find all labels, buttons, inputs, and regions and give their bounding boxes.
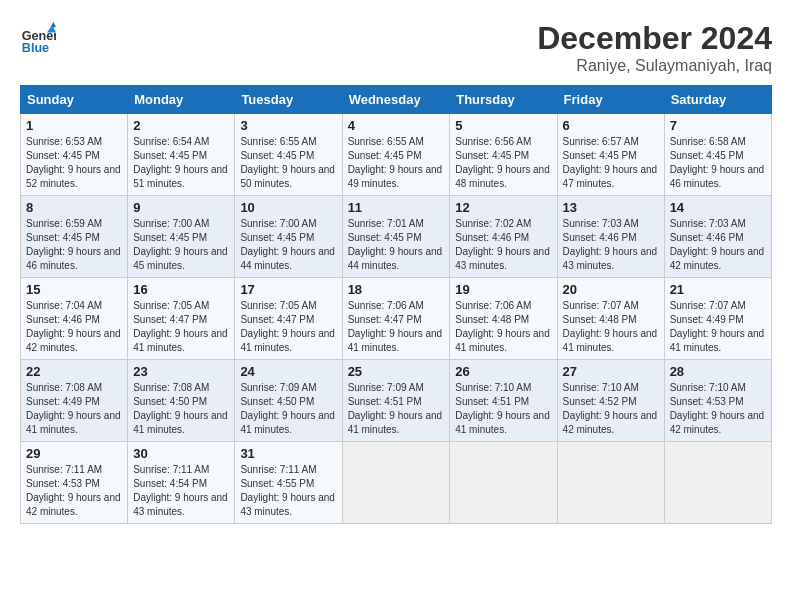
day-detail: Sunrise: 6:54 AM Sunset: 4:45 PM Dayligh… <box>133 135 229 191</box>
calendar-cell: 14 Sunrise: 7:03 AM Sunset: 4:46 PM Dayl… <box>664 196 771 278</box>
day-number: 6 <box>563 118 659 133</box>
calendar-cell <box>664 442 771 524</box>
day-number: 21 <box>670 282 766 297</box>
calendar-cell: 4 Sunrise: 6:55 AM Sunset: 4:45 PM Dayli… <box>342 114 450 196</box>
day-detail: Sunrise: 7:00 AM Sunset: 4:45 PM Dayligh… <box>240 217 336 273</box>
day-number: 11 <box>348 200 445 215</box>
day-number: 26 <box>455 364 551 379</box>
col-header-friday: Friday <box>557 86 664 114</box>
calendar-cell: 6 Sunrise: 6:57 AM Sunset: 4:45 PM Dayli… <box>557 114 664 196</box>
svg-marker-2 <box>51 22 56 27</box>
calendar-cell: 10 Sunrise: 7:00 AM Sunset: 4:45 PM Dayl… <box>235 196 342 278</box>
col-header-thursday: Thursday <box>450 86 557 114</box>
day-number: 18 <box>348 282 445 297</box>
week-row-5: 29 Sunrise: 7:11 AM Sunset: 4:53 PM Dayl… <box>21 442 772 524</box>
day-number: 31 <box>240 446 336 461</box>
day-number: 14 <box>670 200 766 215</box>
calendar-table: SundayMondayTuesdayWednesdayThursdayFrid… <box>20 85 772 524</box>
calendar-cell: 13 Sunrise: 7:03 AM Sunset: 4:46 PM Dayl… <box>557 196 664 278</box>
day-number: 29 <box>26 446 122 461</box>
svg-text:Blue: Blue <box>22 41 49 55</box>
calendar-cell: 19 Sunrise: 7:06 AM Sunset: 4:48 PM Dayl… <box>450 278 557 360</box>
day-detail: Sunrise: 6:55 AM Sunset: 4:45 PM Dayligh… <box>348 135 445 191</box>
day-number: 24 <box>240 364 336 379</box>
calendar-cell: 7 Sunrise: 6:58 AM Sunset: 4:45 PM Dayli… <box>664 114 771 196</box>
day-number: 3 <box>240 118 336 133</box>
day-number: 25 <box>348 364 445 379</box>
day-detail: Sunrise: 7:05 AM Sunset: 4:47 PM Dayligh… <box>133 299 229 355</box>
day-number: 8 <box>26 200 122 215</box>
day-number: 1 <box>26 118 122 133</box>
day-detail: Sunrise: 7:03 AM Sunset: 4:46 PM Dayligh… <box>670 217 766 273</box>
week-row-4: 22 Sunrise: 7:08 AM Sunset: 4:49 PM Dayl… <box>21 360 772 442</box>
day-detail: Sunrise: 7:01 AM Sunset: 4:45 PM Dayligh… <box>348 217 445 273</box>
calendar-cell: 25 Sunrise: 7:09 AM Sunset: 4:51 PM Dayl… <box>342 360 450 442</box>
day-number: 4 <box>348 118 445 133</box>
day-detail: Sunrise: 7:03 AM Sunset: 4:46 PM Dayligh… <box>563 217 659 273</box>
day-detail: Sunrise: 7:11 AM Sunset: 4:53 PM Dayligh… <box>26 463 122 519</box>
day-detail: Sunrise: 6:56 AM Sunset: 4:45 PM Dayligh… <box>455 135 551 191</box>
calendar-cell: 1 Sunrise: 6:53 AM Sunset: 4:45 PM Dayli… <box>21 114 128 196</box>
calendar-cell: 31 Sunrise: 7:11 AM Sunset: 4:55 PM Dayl… <box>235 442 342 524</box>
calendar-body: 1 Sunrise: 6:53 AM Sunset: 4:45 PM Dayli… <box>21 114 772 524</box>
week-row-2: 8 Sunrise: 6:59 AM Sunset: 4:45 PM Dayli… <box>21 196 772 278</box>
day-number: 23 <box>133 364 229 379</box>
calendar-cell: 9 Sunrise: 7:00 AM Sunset: 4:45 PM Dayli… <box>128 196 235 278</box>
calendar-cell: 26 Sunrise: 7:10 AM Sunset: 4:51 PM Dayl… <box>450 360 557 442</box>
location-title: Raniye, Sulaymaniyah, Iraq <box>537 57 772 75</box>
day-number: 16 <box>133 282 229 297</box>
calendar-cell: 16 Sunrise: 7:05 AM Sunset: 4:47 PM Dayl… <box>128 278 235 360</box>
calendar-cell: 20 Sunrise: 7:07 AM Sunset: 4:48 PM Dayl… <box>557 278 664 360</box>
day-detail: Sunrise: 7:07 AM Sunset: 4:48 PM Dayligh… <box>563 299 659 355</box>
day-number: 27 <box>563 364 659 379</box>
day-detail: Sunrise: 7:07 AM Sunset: 4:49 PM Dayligh… <box>670 299 766 355</box>
calendar-cell: 24 Sunrise: 7:09 AM Sunset: 4:50 PM Dayl… <box>235 360 342 442</box>
day-detail: Sunrise: 7:06 AM Sunset: 4:47 PM Dayligh… <box>348 299 445 355</box>
day-number: 15 <box>26 282 122 297</box>
day-detail: Sunrise: 7:08 AM Sunset: 4:50 PM Dayligh… <box>133 381 229 437</box>
calendar-cell: 22 Sunrise: 7:08 AM Sunset: 4:49 PM Dayl… <box>21 360 128 442</box>
calendar-header-row: SundayMondayTuesdayWednesdayThursdayFrid… <box>21 86 772 114</box>
day-number: 13 <box>563 200 659 215</box>
day-detail: Sunrise: 7:04 AM Sunset: 4:46 PM Dayligh… <box>26 299 122 355</box>
calendar-cell: 3 Sunrise: 6:55 AM Sunset: 4:45 PM Dayli… <box>235 114 342 196</box>
day-number: 5 <box>455 118 551 133</box>
col-header-saturday: Saturday <box>664 86 771 114</box>
day-number: 30 <box>133 446 229 461</box>
day-detail: Sunrise: 7:10 AM Sunset: 4:53 PM Dayligh… <box>670 381 766 437</box>
day-detail: Sunrise: 7:09 AM Sunset: 4:51 PM Dayligh… <box>348 381 445 437</box>
day-detail: Sunrise: 7:10 AM Sunset: 4:52 PM Dayligh… <box>563 381 659 437</box>
calendar-cell <box>450 442 557 524</box>
day-detail: Sunrise: 7:00 AM Sunset: 4:45 PM Dayligh… <box>133 217 229 273</box>
calendar-cell: 17 Sunrise: 7:05 AM Sunset: 4:47 PM Dayl… <box>235 278 342 360</box>
day-number: 10 <box>240 200 336 215</box>
day-number: 17 <box>240 282 336 297</box>
calendar-cell: 5 Sunrise: 6:56 AM Sunset: 4:45 PM Dayli… <box>450 114 557 196</box>
day-number: 28 <box>670 364 766 379</box>
logo: General Blue <box>20 20 56 56</box>
week-row-3: 15 Sunrise: 7:04 AM Sunset: 4:46 PM Dayl… <box>21 278 772 360</box>
day-detail: Sunrise: 7:06 AM Sunset: 4:48 PM Dayligh… <box>455 299 551 355</box>
calendar-cell: 12 Sunrise: 7:02 AM Sunset: 4:46 PM Dayl… <box>450 196 557 278</box>
month-title: December 2024 <box>537 20 772 57</box>
calendar-cell <box>342 442 450 524</box>
calendar-cell: 28 Sunrise: 7:10 AM Sunset: 4:53 PM Dayl… <box>664 360 771 442</box>
day-detail: Sunrise: 7:11 AM Sunset: 4:54 PM Dayligh… <box>133 463 229 519</box>
week-row-1: 1 Sunrise: 6:53 AM Sunset: 4:45 PM Dayli… <box>21 114 772 196</box>
calendar-cell: 23 Sunrise: 7:08 AM Sunset: 4:50 PM Dayl… <box>128 360 235 442</box>
calendar-cell: 21 Sunrise: 7:07 AM Sunset: 4:49 PM Dayl… <box>664 278 771 360</box>
day-number: 20 <box>563 282 659 297</box>
col-header-sunday: Sunday <box>21 86 128 114</box>
day-detail: Sunrise: 6:55 AM Sunset: 4:45 PM Dayligh… <box>240 135 336 191</box>
day-detail: Sunrise: 7:11 AM Sunset: 4:55 PM Dayligh… <box>240 463 336 519</box>
day-detail: Sunrise: 6:53 AM Sunset: 4:45 PM Dayligh… <box>26 135 122 191</box>
title-area: December 2024 Raniye, Sulaymaniyah, Iraq <box>537 20 772 75</box>
day-number: 2 <box>133 118 229 133</box>
calendar-cell: 15 Sunrise: 7:04 AM Sunset: 4:46 PM Dayl… <box>21 278 128 360</box>
day-detail: Sunrise: 7:09 AM Sunset: 4:50 PM Dayligh… <box>240 381 336 437</box>
day-number: 7 <box>670 118 766 133</box>
calendar-cell: 2 Sunrise: 6:54 AM Sunset: 4:45 PM Dayli… <box>128 114 235 196</box>
day-detail: Sunrise: 6:57 AM Sunset: 4:45 PM Dayligh… <box>563 135 659 191</box>
col-header-wednesday: Wednesday <box>342 86 450 114</box>
day-detail: Sunrise: 7:08 AM Sunset: 4:49 PM Dayligh… <box>26 381 122 437</box>
